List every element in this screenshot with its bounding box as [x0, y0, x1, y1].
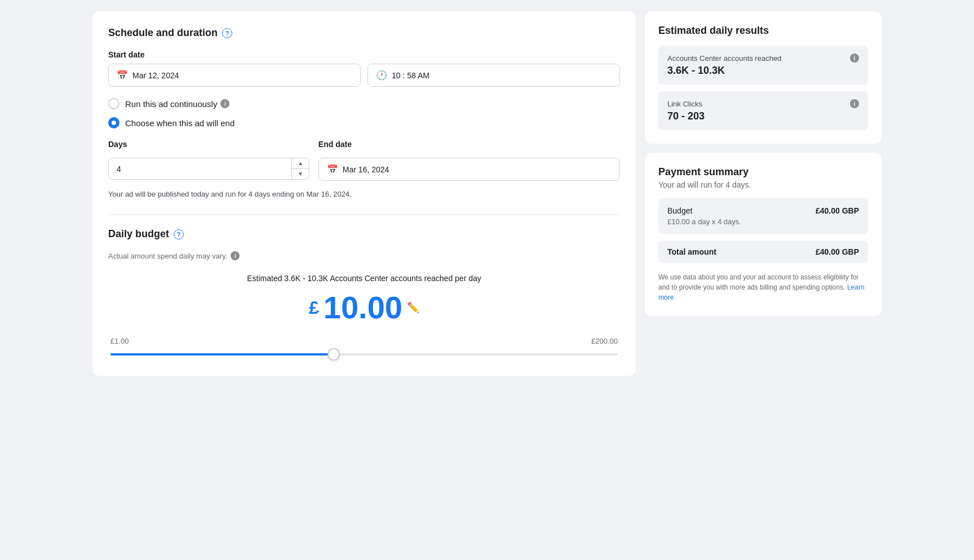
billing-note: We use data about you and your ad accoun… [658, 272, 868, 303]
total-row: Total amount £40.00 GBP [658, 241, 868, 263]
clicks-info-icon[interactable]: i [850, 99, 859, 108]
end-date-label: End date [318, 140, 620, 149]
budget-slider-track[interactable] [110, 349, 618, 360]
currency-symbol: £ [309, 297, 319, 318]
days-decrement[interactable]: ▼ [292, 169, 309, 179]
end-date-value: Mar 16, 2024 [343, 165, 389, 174]
section-title: Schedule and duration ? [108, 27, 620, 39]
days-enddate-row: Days ▲ ▼ End date 📅 Mar 16, 2024 [108, 140, 620, 181]
end-date-input[interactable]: 📅 Mar 16, 2024 [318, 158, 620, 181]
metric-accounts-label: Accounts Center accounts reached i [667, 54, 859, 63]
days-input[interactable] [109, 159, 291, 179]
metric-accounts-value: 3.6K - 10.3K [667, 65, 859, 77]
schedule-title-text: Schedule and duration [108, 27, 218, 39]
days-increment[interactable]: ▲ [292, 158, 309, 169]
estimated-reach-text: Estimated 3.6K - 10.3K Accounts Center a… [108, 274, 620, 283]
budget-row-label: Budget [667, 206, 692, 215]
days-label: Days [108, 140, 309, 149]
daily-budget-title: Daily budget ? [108, 228, 620, 240]
slider-labels: £1.00 £200.00 [110, 337, 618, 345]
start-date-label: Start date [108, 50, 620, 59]
slider-thumb[interactable] [327, 348, 340, 361]
radio-choose-end[interactable]: Choose when this ad will end [108, 117, 620, 128]
metric-clicks-value: 70 - 203 [667, 110, 859, 122]
results-card-title: Estimated daily results [658, 25, 868, 37]
metric-link-clicks: Link Clicks i 70 - 203 [658, 91, 868, 130]
payment-budget-detail: Budget £40.00 GBP £10.00 a day x 4 days. [658, 198, 868, 234]
divider [108, 214, 620, 215]
total-value: £40.00 GBP [816, 247, 859, 256]
budget-detail-sub: £10.00 a day x 4 days. [667, 217, 859, 226]
daily-budget-section: Daily budget ? Actual amount spend daily… [108, 228, 620, 360]
days-spinner: ▲ ▼ [291, 158, 309, 179]
payment-title: Payment summary [658, 166, 868, 178]
edit-budget-icon[interactable]: ✏️ [407, 301, 419, 314]
slider-max-label: £200.00 [591, 337, 618, 345]
slider-bar-fill [110, 353, 334, 355]
slider-min-label: £1.00 [110, 337, 129, 345]
ad-run-note: Your ad will be published today and run … [108, 190, 620, 198]
budget-amount-row: £ 10.00 ✏️ [108, 292, 620, 323]
metric-accounts-reached: Accounts Center accounts reached i 3.6K … [658, 46, 868, 85]
days-input-wrapper: ▲ ▼ [108, 158, 309, 180]
budget-row: Budget £40.00 GBP [667, 206, 859, 215]
budget-subtitle: Actual amount spend daily may vary. i [108, 251, 620, 260]
enddate-field: End date 📅 Mar 16, 2024 [318, 140, 620, 181]
radio-label-continuous: Run this ad continuously i [125, 99, 229, 109]
calendar-icon: 📅 [117, 70, 128, 81]
start-date-value: Mar 12, 2024 [132, 71, 179, 80]
start-time-input[interactable]: 🕐 10 : 58 AM [368, 64, 620, 87]
radio-circle-choose-end [108, 117, 119, 128]
start-time-value: 10 : 58 AM [392, 71, 430, 80]
left-panel: Schedule and duration ? Start date 📅 Mar… [92, 11, 636, 376]
budget-row-value: £40.00 GBP [816, 206, 859, 215]
budget-help-icon[interactable]: ? [174, 229, 184, 239]
payment-summary-card: Payment summary Your ad will run for 4 d… [645, 153, 882, 316]
radio-continuous[interactable]: Run this ad continuously i [108, 98, 620, 109]
clock-icon: 🕐 [376, 70, 387, 81]
date-time-row: 📅 Mar 12, 2024 🕐 10 : 58 AM [108, 64, 620, 87]
payment-subtitle: Your ad will run for 4 days. [658, 180, 868, 189]
continuous-info-icon[interactable]: i [220, 99, 229, 108]
start-date-input[interactable]: 📅 Mar 12, 2024 [108, 64, 361, 87]
budget-amount[interactable]: 10.00 [324, 292, 402, 323]
estimated-results-card: Estimated daily results Accounts Center … [645, 11, 882, 144]
accounts-info-icon[interactable]: i [850, 54, 859, 63]
end-calendar-icon: 📅 [327, 164, 338, 175]
right-panel: Estimated daily results Accounts Center … [645, 11, 882, 376]
days-field: Days ▲ ▼ [108, 140, 309, 180]
duration-radio-group: Run this ad continuously i Choose when t… [108, 98, 620, 128]
radio-circle-continuous [108, 98, 119, 109]
total-label: Total amount [667, 247, 716, 256]
budget-slider-container: £1.00 £200.00 [108, 337, 620, 360]
schedule-help-icon[interactable]: ? [222, 28, 232, 38]
radio-label-choose-end: Choose when this ad will end [125, 118, 234, 128]
metric-clicks-label: Link Clicks i [667, 99, 859, 108]
budget-info-icon[interactable]: i [231, 251, 240, 260]
